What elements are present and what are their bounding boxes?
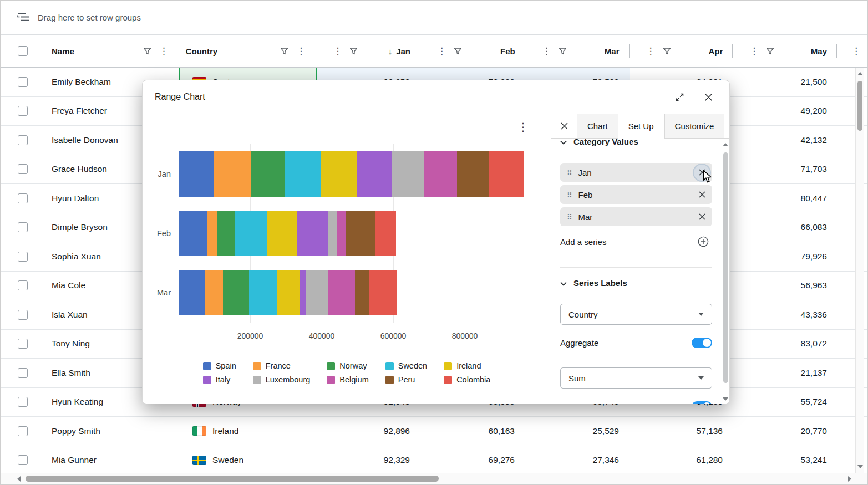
legend-item-spain[interactable]: Spain bbox=[203, 361, 236, 370]
row-checkbox[interactable] bbox=[18, 310, 28, 320]
legend-item-peru[interactable]: Peru bbox=[385, 375, 427, 384]
dialog-header[interactable]: Range Chart bbox=[143, 80, 729, 114]
cell-may[interactable]: 66,083 bbox=[734, 213, 838, 242]
row-checkbox[interactable] bbox=[18, 280, 28, 290]
cell-feb[interactable]: 60,163 bbox=[421, 417, 526, 446]
cell-may[interactable]: 21,500 bbox=[734, 68, 838, 96]
column-menu-icon[interactable]: ⋮ bbox=[333, 47, 342, 56]
scroll-down-arrow-icon[interactable] bbox=[857, 465, 863, 468]
cell-feb[interactable]: 69,276 bbox=[421, 446, 526, 473]
cell-jan[interactable]: 92,896 bbox=[317, 417, 421, 446]
column-menu-icon[interactable]: ⋮ bbox=[542, 47, 551, 56]
filter-icon[interactable] bbox=[454, 48, 461, 55]
row-checkbox[interactable] bbox=[18, 426, 28, 436]
cell-may[interactable]: 42,132 bbox=[734, 126, 838, 155]
scroll-left-arrow-icon[interactable] bbox=[17, 476, 21, 482]
cell-may[interactable]: 49,200 bbox=[734, 97, 838, 126]
row-checkbox[interactable] bbox=[18, 164, 28, 174]
category-values-header[interactable]: Category Values bbox=[560, 139, 712, 149]
cell-may[interactable]: 80,447 bbox=[734, 184, 838, 213]
add-series-row[interactable]: Add a series bbox=[560, 233, 712, 251]
column-header-jan[interactable]: ⋮↓Jan bbox=[316, 35, 420, 67]
column-header-extra[interactable]: ⋮ bbox=[837, 35, 867, 67]
legend-item-colombia[interactable]: Colombia bbox=[444, 375, 490, 384]
cell-may[interactable]: 83,072 bbox=[734, 330, 838, 359]
cell-may[interactable]: 71,703 bbox=[734, 155, 838, 184]
cell-name[interactable]: Mia Gunner bbox=[45, 446, 179, 473]
row-checkbox[interactable] bbox=[18, 368, 28, 378]
cell-may[interactable]: 55,724 bbox=[734, 388, 838, 417]
row-checkbox[interactable] bbox=[18, 339, 28, 349]
maximize-icon[interactable] bbox=[673, 90, 686, 104]
series-chip-jan[interactable]: ⠿Jan bbox=[560, 163, 712, 182]
grid-vertical-scrollbar[interactable] bbox=[855, 68, 864, 473]
cell-mar[interactable]: 25,529 bbox=[526, 417, 630, 446]
series-chip-mar[interactable]: ⠿Mar bbox=[560, 207, 712, 226]
cell-may[interactable]: 43,336 bbox=[734, 300, 838, 329]
select-all-checkbox[interactable] bbox=[18, 46, 28, 56]
legend-item-france[interactable]: France bbox=[253, 361, 311, 370]
cell-jan[interactable]: 92,329 bbox=[317, 446, 421, 473]
legend-item-italy[interactable]: Italy bbox=[203, 375, 236, 384]
grid-horizontal-scrollbar[interactable] bbox=[1, 473, 867, 484]
cell-may[interactable]: 20,770 bbox=[734, 417, 838, 446]
chart-menu-icon[interactable]: ⋮ bbox=[517, 121, 529, 132]
legend-item-ireland[interactable]: Ireland bbox=[444, 361, 490, 370]
panel-scrollbar[interactable] bbox=[723, 140, 729, 404]
column-menu-icon[interactable]: ⋮ bbox=[851, 47, 860, 56]
row-checkbox[interactable] bbox=[18, 193, 28, 203]
horizontal-scroll-thumb[interactable] bbox=[26, 476, 439, 482]
row-checkbox[interactable] bbox=[18, 252, 28, 262]
column-header-mar[interactable]: ⋮Mar bbox=[525, 35, 630, 67]
cell-country[interactable]: Sweden bbox=[179, 446, 317, 473]
row-checkbox[interactable] bbox=[18, 222, 28, 232]
tab-set-up[interactable]: Set Up bbox=[618, 114, 664, 139]
column-menu-icon[interactable]: ⋮ bbox=[296, 47, 305, 56]
switch-category-series-toggle[interactable] bbox=[692, 401, 712, 405]
aggregate-toggle[interactable] bbox=[692, 338, 712, 348]
column-header-feb[interactable]: ⋮Feb bbox=[420, 35, 525, 67]
cell-apr[interactable]: 61,280 bbox=[630, 446, 734, 473]
legend-item-belgium[interactable]: Belgium bbox=[327, 375, 368, 384]
column-header-name[interactable]: Name⋮ bbox=[45, 35, 179, 67]
cell-apr[interactable]: 57,136 bbox=[630, 417, 734, 446]
row-checkbox[interactable] bbox=[18, 106, 28, 116]
chip-remove-icon[interactable] bbox=[694, 209, 710, 225]
row-checkbox[interactable] bbox=[18, 135, 28, 145]
drag-handle-icon[interactable]: ⠿ bbox=[567, 213, 572, 221]
drag-handle-icon[interactable]: ⠿ bbox=[567, 191, 572, 198]
column-header-apr[interactable]: ⋮Apr bbox=[630, 35, 733, 67]
column-menu-icon[interactable]: ⋮ bbox=[646, 47, 655, 56]
chip-remove-icon[interactable] bbox=[694, 187, 710, 203]
scroll-down-arrow-icon[interactable] bbox=[723, 397, 728, 401]
row-checkbox[interactable] bbox=[18, 77, 28, 87]
filter-icon[interactable] bbox=[559, 48, 566, 55]
filter-icon[interactable] bbox=[144, 48, 151, 55]
vertical-scroll-thumb[interactable] bbox=[857, 81, 862, 131]
cell-may[interactable]: 21,137 bbox=[734, 359, 838, 387]
cell-may[interactable]: 56,963 bbox=[734, 272, 838, 300]
series-chip-feb[interactable]: ⠿Feb bbox=[560, 185, 712, 204]
aggregate-function-select[interactable]: Sum bbox=[560, 367, 712, 389]
series-labels-header[interactable]: Series Labels bbox=[560, 275, 712, 290]
filter-icon[interactable] bbox=[767, 48, 774, 55]
filter-icon[interactable] bbox=[663, 48, 671, 55]
cell-may[interactable]: 53,241 bbox=[734, 446, 838, 473]
scroll-right-arrow-icon[interactable] bbox=[848, 476, 851, 482]
close-icon[interactable] bbox=[702, 90, 715, 104]
scroll-up-arrow-icon[interactable] bbox=[723, 143, 728, 146]
column-menu-icon[interactable]: ⋮ bbox=[437, 47, 446, 56]
row-groups-dropzone[interactable]: Drag here to set row groups bbox=[1, 1, 867, 35]
row-checkbox[interactable] bbox=[18, 455, 28, 465]
tab-chart[interactable]: Chart bbox=[577, 114, 618, 139]
cell-may[interactable]: 79,926 bbox=[734, 242, 838, 271]
label-source-select[interactable]: Country bbox=[560, 304, 712, 325]
drag-handle-icon[interactable]: ⠿ bbox=[567, 169, 572, 176]
cell-country[interactable]: Ireland bbox=[179, 417, 317, 446]
tab-customize[interactable]: Customize bbox=[664, 114, 724, 139]
legend-item-luxembourg[interactable]: Luxembourg bbox=[253, 375, 311, 384]
cell-mar[interactable]: 27,346 bbox=[526, 446, 630, 473]
column-header-may[interactable]: ⋮May bbox=[733, 35, 837, 67]
filter-icon[interactable] bbox=[350, 48, 357, 55]
column-menu-icon[interactable]: ⋮ bbox=[749, 47, 758, 56]
